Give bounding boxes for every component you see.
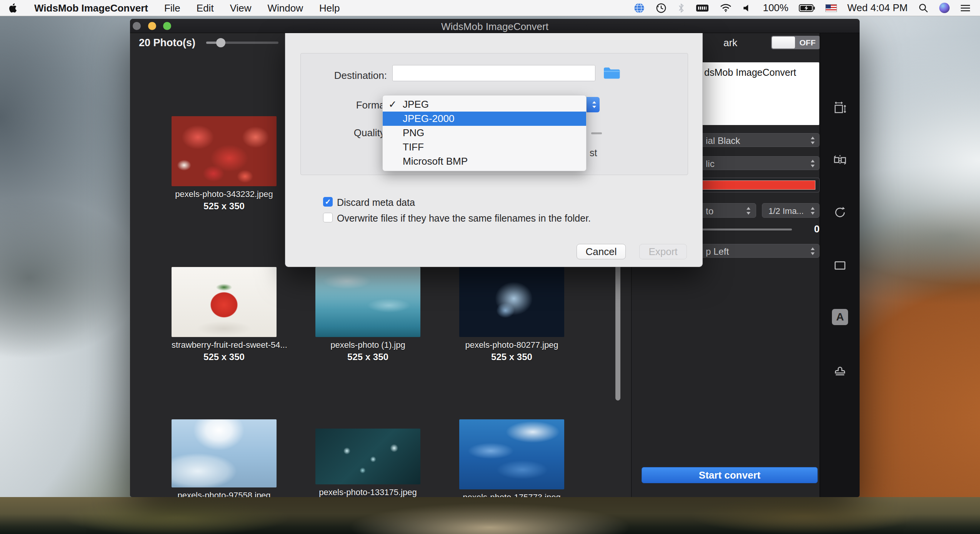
desktop-wallpaper-bottom [0,497,980,534]
photo-card[interactable]: pexels-photo-133175.jpeg 660 x 350 [315,429,420,497]
photo-dims: 525 x 350 [459,352,564,362]
chevron-updown-icon [745,206,752,216]
menu-app-name[interactable]: WidsMob ImageConvert [26,0,156,16]
window-title: WidsMob ImageConvert [130,21,860,33]
watermark-label: ark [723,37,737,49]
menu-item-help[interactable]: Help [311,0,348,16]
export-button[interactable]: Export [639,244,687,259]
photo-list-scrollbar[interactable] [615,255,620,400]
photo-name: pexels-photo-133175.jpeg [315,487,420,497]
photo-name: strawberry-fruit-red-sweet-54... [172,340,277,350]
quality-text-fragment: st [590,147,597,159]
discard-metadata-checkbox[interactable]: ✓ [323,197,333,207]
menu-option-tiff[interactable]: TIFF [383,140,586,154]
photo-thumbnail-wave[interactable] [459,419,564,489]
chevron-updown-icon [809,206,816,216]
choose-folder-button[interactable] [602,66,620,80]
checkmark-icon: ✓ [388,97,397,112]
siri-icon[interactable] [939,3,950,13]
photo-thumbnail-dewdrops[interactable] [315,429,420,484]
notification-center-icon[interactable] [960,3,971,13]
font-style-value: lic [706,159,715,169]
rotate-icon[interactable] [832,204,848,220]
volume-icon[interactable] [742,3,752,13]
battery-percent: 100% [763,2,788,14]
menu-option-label: JPEG-2000 [403,113,454,124]
menu-item-edit[interactable]: Edit [188,0,222,16]
time-machine-icon[interactable] [655,2,667,14]
menu-item-file[interactable]: File [156,0,188,16]
flip-icon[interactable] [832,152,848,168]
photo-name: pexels-photo (1).jpg [315,340,420,350]
menu-bar-status: 100% Wed 4:04 PM [633,2,980,14]
photo-dims: 525 x 350 [172,352,277,362]
fit-mode-value: to [706,206,713,217]
font-family-value: ial Black [706,135,740,146]
tool-strip: A [820,33,860,497]
photo-dims: 525 x 350 [315,352,420,362]
photo-thumbnail-flowers[interactable] [172,116,277,186]
start-convert-button[interactable]: Start convert [642,467,818,483]
photo-dims: 525 x 350 [172,201,277,212]
overwrite-files-label: Overwrite files if they have the same fi… [337,213,591,224]
chevron-updown-icon [809,159,816,169]
photo-card[interactable]: pexels-photo (1).jpg 525 x 350 [315,267,420,362]
menu-bar-left: WidsMob ImageConvert File Edit View Wind… [0,0,348,16]
photo-name: pexels-photo-80277.jpeg [459,340,564,350]
bluetooth-icon[interactable] [677,3,685,13]
title-bar[interactable]: WidsMob ImageConvert [130,19,860,33]
apple-menu-icon[interactable] [0,2,26,14]
photo-name: pexels-photo-175773.jpeg [459,492,564,497]
chevron-updown-icon [809,135,816,145]
battery-icon[interactable] [799,3,815,13]
photo-card[interactable]: pexels-photo-97558.jpeg 940 x 609 [172,419,277,497]
menu-option-png[interactable]: PNG [383,126,586,140]
size-value: 1/2 Ima... [768,206,804,216]
photo-thumbnail-sea[interactable] [315,267,420,337]
app-window: WidsMob ImageConvert 20 Photo(s) pexels-… [130,19,860,497]
format-label: Format [326,99,388,111]
photo-thumbnail-dark-flower[interactable] [459,267,564,337]
menu-option-label: JPEG [403,98,429,110]
search-icon[interactable] [918,3,929,13]
photo-card[interactable]: strawberry-fruit-red-sweet-54... 525 x 3… [172,267,277,362]
wifi-icon[interactable] [720,3,732,13]
menu-item-window[interactable]: Window [260,0,311,16]
photo-card[interactable]: pexels-photo-175773.jpeg 525 x 350 [459,419,564,497]
slider-value-label: 0 [797,223,820,235]
thumbnail-size-slider-thumb[interactable] [216,38,225,47]
position-value: p Left [706,246,729,257]
menu-option-jpeg[interactable]: ✓ JPEG [383,97,586,112]
keyboard-battery-icon[interactable] [695,3,709,13]
frame-icon[interactable] [832,257,848,274]
watermark-text-value: dsMob ImageConvert [704,67,796,78]
menu-option-bmp[interactable]: Microsoft BMP [383,154,586,169]
overwrite-files-checkbox[interactable] [323,213,333,222]
size-dropdown[interactable]: 1/2 Ima... [762,203,820,218]
globe-icon[interactable] [633,2,645,14]
menu-clock[interactable]: Wed 4:04 PM [847,2,908,14]
us-flag-icon[interactable] [825,4,837,12]
photo-card[interactable]: pexels-photo-80277.jpeg 525 x 350 [459,267,564,362]
menu-option-label: Microsoft BMP [403,155,468,167]
photo-name: pexels-photo-97558.jpeg [172,491,277,497]
resize-icon[interactable] [832,100,848,116]
stamp-watermark-icon[interactable] [832,361,848,377]
photo-thumbnail-sky[interactable] [172,419,277,487]
cancel-button[interactable]: Cancel [577,244,626,259]
destination-input[interactable] [392,65,595,81]
chevron-updown-icon [809,246,816,256]
toggle-knob[interactable] [772,37,795,48]
format-menu: ✓ JPEG JPEG-2000 PNG TIFF Microsoft BMP [382,95,587,171]
toggle-off-label: OFF [795,36,820,49]
photo-name: pexels-photo-343232.jpeg [172,189,277,199]
photo-card[interactable]: pexels-photo-343232.jpeg 525 x 350 [172,116,277,212]
menu-bar: WidsMob ImageConvert File Edit View Wind… [0,0,980,16]
menu-option-jpeg2000[interactable]: JPEG-2000 [383,112,586,126]
text-watermark-glyph: A [836,311,844,323]
watermark-toggle[interactable]: OFF [771,36,820,49]
destination-label: Destination: [300,70,387,82]
photo-thumbnail-strawberry[interactable] [172,267,277,337]
menu-item-view[interactable]: View [222,0,260,16]
text-watermark-icon[interactable]: A [832,309,848,325]
